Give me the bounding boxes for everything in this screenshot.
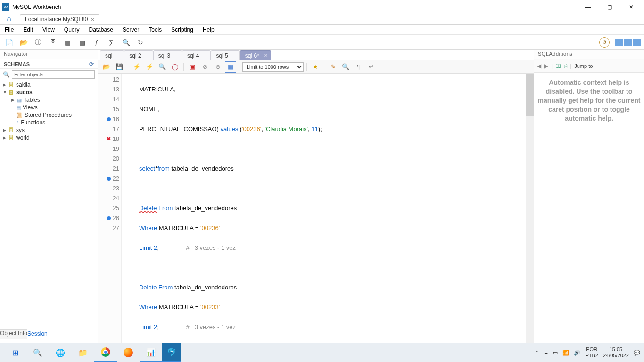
- schema-tree[interactable]: ▶🗄sakila ▼🗄sucos ▶▦Tables ▤Views 📜Stored…: [0, 80, 98, 362]
- menu-scripting[interactable]: Scripting: [169, 25, 195, 34]
- sql-tab-4[interactable]: sql 4: [182, 50, 211, 60]
- schema-sakila[interactable]: sakila: [16, 82, 31, 88]
- commit-icon[interactable]: ▣: [187, 61, 198, 73]
- menu-edit[interactable]: Edit: [21, 25, 35, 34]
- favorite-icon[interactable]: ★: [310, 61, 321, 73]
- menu-file[interactable]: File: [3, 25, 16, 34]
- tray-volume-icon[interactable]: 🔊: [574, 350, 580, 356]
- invisible-icon[interactable]: ↵: [365, 61, 377, 73]
- panel-layout-toggle[interactable]: [615, 39, 641, 46]
- refresh-schemas-icon[interactable]: ⟳: [89, 61, 94, 67]
- beautify-icon[interactable]: ✎: [327, 61, 339, 73]
- menu-help[interactable]: Help: [201, 25, 216, 34]
- navigator-panel: Navigator SCHEMAS ⟳ 🔍 ▶🗄sakila ▼🗄sucos ▶…: [0, 50, 98, 362]
- toggle-icon[interactable]: ▦: [225, 61, 236, 73]
- sql-tab-2[interactable]: sql 2: [124, 50, 153, 60]
- new-table-button[interactable]: ▦: [61, 36, 74, 49]
- inspector-button[interactable]: ⓘ: [32, 36, 44, 49]
- search-icon: 🔍: [3, 71, 10, 78]
- sql-additions-panel: SQLAdditions ◀ ▶ | 🕮 ⎘ | Jump to Automat…: [534, 50, 644, 362]
- schemas-header: SCHEMAS: [4, 61, 30, 67]
- search-button[interactable]: 🔍: [26, 343, 49, 362]
- tray-notifications-icon[interactable]: 💬: [634, 350, 640, 356]
- tray-clock[interactable]: 15:0524/05/2022: [603, 346, 629, 358]
- manual-help-icon[interactable]: 🕮: [555, 63, 561, 69]
- execute-icon[interactable]: ⚡: [131, 61, 142, 73]
- powerbi-icon[interactable]: 📊: [140, 343, 162, 362]
- menu-query[interactable]: Query: [62, 25, 82, 34]
- new-schema-button[interactable]: 🗄: [47, 36, 59, 49]
- execute-step-icon[interactable]: ⚡: [144, 61, 155, 73]
- home-button[interactable]: ⌂: [0, 14, 18, 24]
- node-tables[interactable]: Tables: [24, 97, 40, 103]
- open-file-icon[interactable]: 📂: [101, 61, 112, 73]
- sql-tab-1[interactable]: sql: [100, 50, 124, 60]
- search-table-button[interactable]: 🔍: [120, 36, 132, 49]
- wrap-icon[interactable]: ¶: [353, 61, 364, 73]
- save-file-icon[interactable]: 💾: [114, 61, 125, 73]
- schema-sucos[interactable]: sucos: [16, 89, 33, 96]
- close-button[interactable]: ✕: [620, 0, 642, 14]
- window-titlebar: W MySQL Workbench — ▢ ✕: [0, 0, 644, 14]
- tray-language[interactable]: PORPTB2: [585, 346, 598, 358]
- find-icon[interactable]: 🔍: [340, 61, 351, 73]
- connection-tab-bar: ⌂ Local instance MySQL80 ✕: [0, 14, 644, 25]
- maximize-button[interactable]: ▢: [599, 0, 620, 14]
- nav-back-icon[interactable]: ◀: [537, 63, 541, 69]
- workbench-icon[interactable]: 🐬: [162, 343, 181, 362]
- new-sql-tab-button[interactable]: 📄: [3, 36, 15, 49]
- row-limit-select[interactable]: Limit to 1000 rows: [242, 62, 304, 72]
- additions-body-text: Automatic context help is disabled. Use …: [534, 73, 644, 362]
- rollback-icon[interactable]: ⊘: [199, 61, 211, 73]
- sql-tab-6[interactable]: sql 6*✕: [240, 50, 271, 60]
- sql-tab-5[interactable]: sql 5: [211, 50, 239, 60]
- close-tab-icon[interactable]: ✕: [264, 53, 268, 58]
- line-gutter: 12 13 14 15 16 17 ✖18 19 20 21 22 23 24 …: [98, 74, 122, 362]
- open-sql-button[interactable]: 📂: [17, 36, 30, 49]
- tray-onedrive-icon[interactable]: ☁: [543, 350, 548, 356]
- node-views[interactable]: Views: [23, 104, 38, 111]
- editor-toolbar: 📂 💾 ⚡ ⚡ 🔍 ◯ ▣ ⊘ ⊖ ▦ Limit to 1000 rows ★…: [98, 60, 534, 74]
- jump-to-label: Jump to: [574, 63, 593, 69]
- chrome-icon[interactable]: [94, 343, 117, 362]
- start-button[interactable]: ⊞: [4, 343, 26, 362]
- explain-icon[interactable]: 🔍: [157, 61, 168, 73]
- filter-objects-input[interactable]: [12, 70, 95, 79]
- menu-tools[interactable]: Tools: [147, 25, 164, 34]
- new-fn-button[interactable]: ∑: [105, 36, 117, 49]
- tab-session[interactable]: Session: [27, 329, 48, 339]
- schema-sys[interactable]: sys: [16, 127, 25, 133]
- editor-area: sql sql 2 sql 3 sql 4 sql 5 sql 6*✕ 📂 💾 …: [98, 50, 534, 362]
- stop-icon[interactable]: ◯: [169, 61, 181, 73]
- tray-battery-icon[interactable]: ▭: [553, 350, 558, 356]
- main-toolbar: 📄 📂 ⓘ 🗄 ▦ ▤ ƒ ∑ 🔍 ↻ ⚙: [0, 35, 644, 50]
- windows-taskbar[interactable]: ⊞ 🔍 🌐 📁 📊 🐬 ˄ ☁ ▭ 📶 🔊 PORPTB2 15:0524/05…: [0, 343, 644, 362]
- menu-server[interactable]: Server: [121, 25, 141, 34]
- new-view-button[interactable]: ▤: [76, 36, 88, 49]
- new-sp-button[interactable]: ƒ: [91, 36, 103, 49]
- node-fn[interactable]: Functions: [21, 119, 45, 126]
- settings-gear-icon[interactable]: ⚙: [599, 37, 610, 48]
- additions-title: SQLAdditions: [534, 50, 644, 59]
- node-sp[interactable]: Stored Procedures: [25, 112, 72, 118]
- menu-view[interactable]: View: [41, 25, 57, 34]
- close-tab-icon[interactable]: ✕: [91, 17, 94, 22]
- nav-fwd-icon[interactable]: ▶: [544, 63, 548, 69]
- editor-vertical-scrollbar[interactable]: [526, 74, 534, 362]
- code-editor[interactable]: MATRICULA, NOME, PERCENTUAL_COMISSAO) va…: [122, 74, 534, 362]
- auto-help-icon[interactable]: ⎘: [564, 63, 567, 69]
- reconnect-button[interactable]: ↻: [134, 36, 147, 49]
- tray-chevron-icon[interactable]: ˄: [536, 350, 538, 356]
- connection-tab[interactable]: Local instance MySQL80 ✕: [20, 14, 99, 24]
- navigator-title: Navigator: [0, 50, 98, 59]
- tray-wifi-icon[interactable]: 📶: [562, 350, 569, 356]
- minimize-button[interactable]: —: [577, 0, 599, 14]
- sql-tab-3[interactable]: sql 3: [153, 50, 182, 60]
- menu-database[interactable]: Database: [87, 25, 115, 34]
- schema-world[interactable]: world: [16, 134, 30, 141]
- explorer-icon[interactable]: 📁: [72, 343, 94, 362]
- tab-object-info[interactable]: Object Info: [0, 329, 27, 339]
- autocommit-icon[interactable]: ⊖: [212, 61, 223, 73]
- firefox-icon[interactable]: [117, 343, 140, 362]
- edge-icon[interactable]: 🌐: [49, 343, 72, 362]
